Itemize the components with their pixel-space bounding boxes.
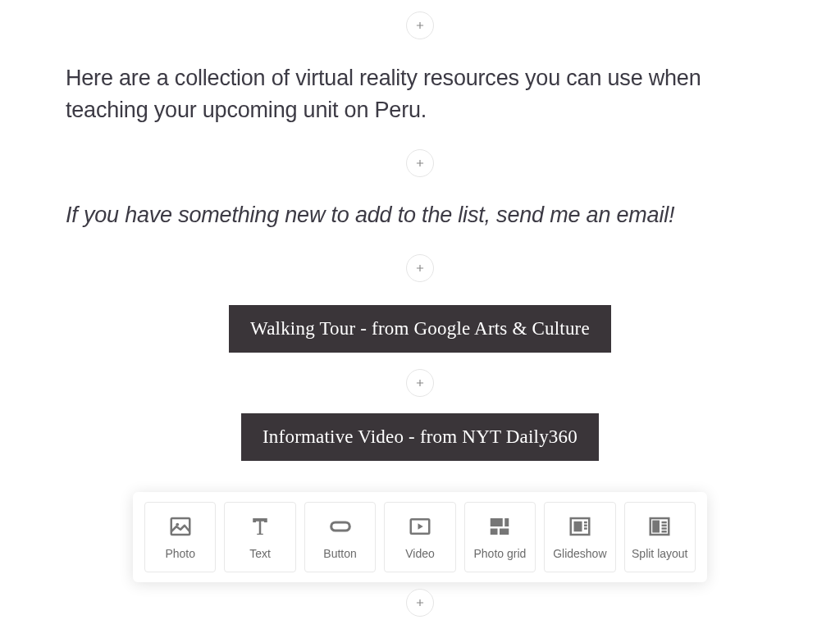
svg-rect-2 xyxy=(331,522,349,531)
svg-rect-14 xyxy=(653,521,660,533)
toolbar-label: Split layout xyxy=(632,547,687,560)
add-block-button[interactable] xyxy=(406,149,434,177)
photo-icon xyxy=(168,514,193,539)
toolbar-item-text[interactable]: Text xyxy=(224,502,295,572)
svg-rect-5 xyxy=(505,518,509,526)
svg-rect-0 xyxy=(171,518,189,535)
toolbar-label: Button xyxy=(323,547,356,560)
svg-rect-6 xyxy=(491,529,498,535)
toolbar-item-split-layout[interactable]: Split layout xyxy=(624,502,696,572)
glideshow-icon xyxy=(568,514,592,539)
add-block-button[interactable] xyxy=(406,11,434,39)
walking-tour-button[interactable]: Walking Tour - from Google Arts & Cultur… xyxy=(229,305,611,353)
plus-icon xyxy=(414,377,426,389)
video-icon xyxy=(408,514,432,539)
text-icon xyxy=(248,514,272,539)
toolbar-label: Glideshow xyxy=(553,547,606,560)
toolbar-label: Photo xyxy=(165,547,195,560)
toolbar-item-photo-grid[interactable]: Photo grid xyxy=(464,502,536,572)
toolbar-label: Video xyxy=(405,547,435,560)
toolbar-item-video[interactable]: Video xyxy=(384,502,455,572)
plus-icon xyxy=(414,20,426,31)
intro-paragraph[interactable]: Here are a collection of virtual reality… xyxy=(66,62,774,126)
svg-rect-4 xyxy=(491,518,503,526)
block-insert-toolbar: Photo Text Button Video xyxy=(133,492,707,582)
toolbar-item-button[interactable]: Button xyxy=(304,502,376,572)
toolbar-item-glideshow[interactable]: Glideshow xyxy=(544,502,615,572)
photo-grid-icon xyxy=(487,514,512,539)
toolbar-label: Text xyxy=(249,547,271,560)
informative-video-button[interactable]: Informative Video - from NYT Daily360 xyxy=(241,413,599,461)
add-block-button[interactable] xyxy=(406,589,434,617)
plus-icon xyxy=(414,597,426,608)
plus-icon xyxy=(414,157,426,169)
svg-rect-7 xyxy=(500,529,509,535)
toolbar-item-photo[interactable]: Photo xyxy=(144,502,216,572)
add-block-button[interactable] xyxy=(406,254,434,282)
note-paragraph[interactable]: If you have something new to add to the … xyxy=(66,200,774,231)
button-icon xyxy=(328,514,353,539)
toolbar-label: Photo grid xyxy=(474,547,527,560)
svg-rect-9 xyxy=(573,522,582,532)
add-block-button[interactable] xyxy=(406,369,434,397)
plus-icon xyxy=(414,262,426,274)
split-layout-icon xyxy=(647,514,672,539)
